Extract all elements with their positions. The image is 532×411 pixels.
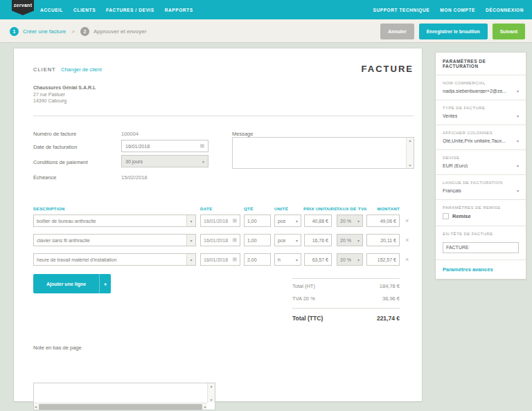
- scroll-right-icon[interactable]: ►: [204, 405, 207, 409]
- invoice-totals: Total (HT) 184,78 € TVA 20 % 36,96 € Tot…: [292, 278, 400, 322]
- line-qty-input[interactable]: 2,00: [244, 253, 271, 266]
- chevron-down-icon: ▾: [517, 188, 519, 193]
- client-label: CLIENT: [33, 66, 56, 73]
- invoice-number-label: Numéro de facture: [33, 131, 76, 137]
- line-vat-select[interactable]: 20 % ▾: [337, 253, 363, 266]
- calendar-icon[interactable]: ▦: [232, 218, 237, 223]
- calendar-icon[interactable]: ▦: [200, 143, 204, 149]
- change-client-link[interactable]: Changer de client: [61, 66, 102, 73]
- nav-clients[interactable]: CLIENTS: [73, 8, 96, 12]
- tva-value: 36,96 €: [382, 295, 400, 302]
- scroll-up-icon[interactable]: ▲: [409, 138, 412, 143]
- footer-note-hscrollbar[interactable]: ◄ ►: [34, 403, 207, 410]
- footer-note-textarea[interactable]: ▲ ▼ ◄ ►: [33, 383, 215, 410]
- col-qty-header: QTÉ: [244, 206, 254, 211]
- step-1-label[interactable]: Créer une facture: [23, 28, 66, 35]
- add-line-button[interactable]: Ajouter une ligne ▾: [33, 274, 111, 293]
- remove-line-icon[interactable]: ×: [405, 217, 409, 224]
- line-unit-price-input[interactable]: 63,57 €: [304, 253, 332, 266]
- invoice-line-row: boîtier de bureau anthracite ▾ 16/01/201…: [33, 214, 414, 227]
- advanced-settings-link[interactable]: Paramètres avancés: [443, 266, 493, 273]
- settings-panel-title: PARAMÈTRES DE FACTURATION: [436, 53, 526, 75]
- chevron-down-icon[interactable]: ▾: [186, 215, 195, 226]
- entete-facture-input[interactable]: [443, 242, 519, 253]
- line-description-select[interactable]: clavier sans fil anthracite ▾: [33, 234, 196, 246]
- message-scrollbar[interactable]: ▲ ▼: [406, 138, 414, 168]
- main-menu: ACCUEIL CLIENTS FACTURES / DEVIS RAPPORT…: [40, 0, 193, 19]
- chevron-down-icon: ▾: [517, 138, 519, 143]
- invoice-line-row: heure de travail matériel d'installation…: [33, 253, 414, 266]
- tva-label: TVA 20 %: [292, 295, 315, 302]
- nav-deconnexion[interactable]: DÉCONNEXION: [486, 8, 524, 12]
- afficher-colonnes-select[interactable]: Qté,Unité,Prix unitaire,Taux... ▾: [443, 138, 519, 143]
- chevron-down-icon: ▾: [357, 219, 360, 223]
- breadcrumb: 1 Créer une facture > 2 Approuver et env…: [10, 19, 146, 43]
- line-qty-input[interactable]: 1,00: [244, 214, 271, 227]
- line-amount-input[interactable]: 20,11 €: [366, 234, 400, 246]
- payment-terms-select[interactable]: 30 jours ▾: [121, 155, 209, 167]
- line-unit-price-input[interactable]: 16,76 €: [304, 234, 332, 246]
- invoice-title: FACTURE: [362, 64, 414, 74]
- line-description-select[interactable]: heure de travail matériel d'installation…: [33, 253, 196, 266]
- calendar-icon[interactable]: ▦: [232, 237, 237, 243]
- line-qty-input[interactable]: 1,00: [244, 234, 271, 246]
- advanced-settings-section: Paramètres avancés: [436, 260, 526, 279]
- scroll-down-icon[interactable]: ▼: [210, 398, 213, 402]
- invoice-number-value: 100004: [121, 131, 139, 137]
- setting-afficher-colonnes: AFFICHER COLONNES Qté,Unité,Prix unitair…: [436, 125, 526, 150]
- account-menu: SUPPORT TECHNIQUE MON COMPTE DÉCONNEXION: [373, 0, 524, 19]
- nav-factures-devis[interactable]: FACTURES / DEVIS: [106, 8, 154, 12]
- footer-note-vscrollbar[interactable]: ▲ ▼: [207, 383, 215, 403]
- line-unit-select[interactable]: h ▾: [274, 253, 301, 266]
- col-date-header: DATE: [200, 206, 213, 211]
- calendar-icon[interactable]: ▦: [232, 257, 237, 262]
- message-textarea[interactable]: ▲ ▼: [232, 137, 414, 169]
- remise-checkbox[interactable]: [443, 213, 449, 219]
- line-unit-select[interactable]: pce ▾: [274, 234, 301, 246]
- cancel-button[interactable]: Annuler: [380, 24, 414, 39]
- save-draft-button[interactable]: Enregistrer le brouillon: [419, 24, 488, 39]
- nav-accueil[interactable]: ACCUEIL: [40, 8, 63, 12]
- chevron-down-icon: ▾: [296, 257, 298, 262]
- line-description-select[interactable]: boîtier de bureau anthracite ▾: [33, 214, 196, 227]
- chevron-down-icon[interactable]: ▾: [186, 235, 195, 246]
- invoice-date-value: 16/01/2018: [125, 144, 150, 149]
- chevron-down-icon[interactable]: ▾: [99, 274, 111, 293]
- line-unit-price-input[interactable]: 40,88 €: [304, 214, 332, 227]
- langue-select[interactable]: Français ▾: [443, 188, 519, 193]
- line-date-input[interactable]: 16/01/2018 ▦: [200, 253, 240, 266]
- next-button[interactable]: Suivant: [493, 24, 525, 39]
- line-unit-select[interactable]: pce ▾: [274, 214, 301, 227]
- due-date-value: 15/02/2018: [121, 174, 148, 181]
- remove-line-icon[interactable]: ×: [405, 256, 409, 263]
- scroll-left-icon[interactable]: ◄: [34, 405, 37, 409]
- line-amount-input[interactable]: 152,57 €: [366, 253, 400, 266]
- devise-select[interactable]: EUR (Euro) ▾: [443, 163, 519, 168]
- col-description-header: DESCRIPTION: [33, 206, 65, 211]
- footer-note-label: Note en bas de page: [33, 345, 82, 351]
- breadcrumb-separator: >: [71, 28, 75, 35]
- hscroll-thumb[interactable]: [39, 404, 202, 410]
- line-amount-input[interactable]: 49,06 €: [366, 214, 400, 227]
- col-unit-price-header: PRIX UNITAIRE: [303, 206, 337, 211]
- line-vat-select[interactable]: 20 % ▾: [337, 234, 363, 246]
- nav-rapports[interactable]: RAPPORTS: [165, 8, 193, 12]
- setting-entete: EN-TÊTE DE FACTURE: [436, 226, 526, 260]
- top-actions: Annuler Enregistrer le brouillon Suivant: [380, 19, 525, 43]
- remise-checkbox-label: Remise: [452, 213, 471, 219]
- message-label: Message: [232, 131, 253, 137]
- nav-mon-compte[interactable]: MON COMPTE: [440, 8, 475, 12]
- chevron-down-icon: ▾: [296, 219, 298, 223]
- total-ttc-value: 221,74 €: [377, 315, 400, 322]
- line-date-input[interactable]: 16/01/2018 ▦: [200, 234, 240, 246]
- scroll-up-icon[interactable]: ▲: [210, 384, 213, 388]
- type-facture-select[interactable]: Ventes ▾: [443, 113, 519, 118]
- nom-commercial-select[interactable]: nadja.siebenbuerger+2@ze... ▾: [443, 89, 519, 93]
- line-vat-select[interactable]: 20 % ▾: [337, 214, 363, 227]
- remove-line-icon[interactable]: ×: [405, 237, 409, 244]
- chevron-down-icon[interactable]: ▾: [186, 254, 195, 265]
- invoice-date-input[interactable]: 16/01/2018 ▦: [121, 140, 209, 152]
- nav-support-technique[interactable]: SUPPORT TECHNIQUE: [373, 8, 430, 12]
- line-date-input[interactable]: 16/01/2018 ▦: [200, 214, 240, 227]
- scroll-down-icon[interactable]: ▼: [409, 163, 412, 167]
